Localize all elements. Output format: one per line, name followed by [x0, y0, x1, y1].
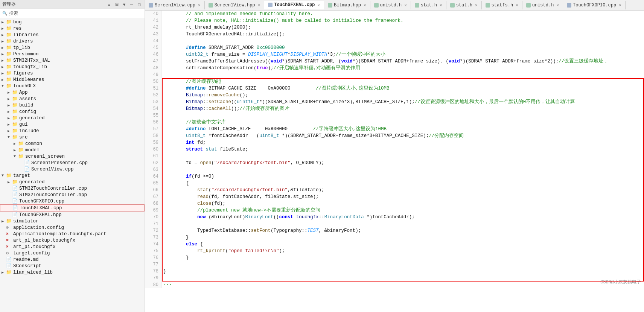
line-number: 50	[145, 78, 162, 85]
line-row: 45 #define SDRAM_START_ADDR 0xc0000000	[145, 44, 644, 51]
tree-item-Middlewares[interactable]: ▶📁Middlewares	[0, 76, 145, 83]
cpp-file-icon: 📄	[12, 186, 18, 191]
tree-item-readme.md[interactable]: 📄readme.md	[0, 256, 145, 263]
special-file-icon: ✖	[6, 231, 12, 237]
folder-icon: 📁	[12, 122, 18, 127]
line-row: 66 stat("/sdcard/touchgfx/font.bin",&fil…	[145, 187, 644, 193]
tree-item-Screen1Presenter.cpp[interactable]: 📄Screen1Presenter.cpp	[0, 160, 145, 166]
tree-item-gui[interactable]: ▶📁gui	[0, 121, 145, 128]
tree-item-build[interactable]: ▶📁build	[0, 102, 145, 108]
tree-arrow: ▶	[2, 52, 6, 56]
tree-item-STM32H7xx_HAL[interactable]: ▶📁STM32H7xx_HAL	[0, 57, 145, 64]
tree-arrow: ▶	[14, 142, 18, 146]
folder-icon: 📁	[6, 32, 12, 38]
tree-item-target[interactable]: ▼📁target	[0, 172, 145, 179]
code-area[interactable]: 40 // and implemented needed functionali…	[145, 11, 644, 312]
tab-close-btn[interactable]: ✕	[516, 3, 518, 8]
tree-item-model[interactable]: ▶📁model	[0, 147, 145, 153]
tree-item-lian_wiced_lib[interactable]: ▶📁lian_wiced_lib	[0, 269, 145, 275]
tab-Screen1View.hpp[interactable]: Screen1View.hpp✕	[205, 1, 265, 9]
tree-item-TouchGFXHAL.hpp[interactable]: 📄TouchGFXHAL.hpp	[0, 212, 145, 218]
panel-icon-btn-maximize[interactable]: □	[136, 2, 142, 8]
tree-item-figures[interactable]: ▶📁figures	[0, 70, 145, 76]
tab-close-btn[interactable]: ✕	[364, 3, 366, 8]
tab-unistd.h[interactable]: unistd.h✕	[370, 1, 411, 9]
tab-stat.h2[interactable]: stat.h✕	[446, 1, 482, 9]
panel-icon-btn-1[interactable]: ≡	[106, 2, 112, 8]
tree-item-SConscript[interactable]: 📄SConscript	[0, 263, 145, 269]
line-content: ···	[162, 282, 644, 288]
tab-close-btn[interactable]: ✕	[475, 3, 478, 8]
folder-icon: 📁	[6, 51, 12, 57]
tab-file-icon	[450, 3, 455, 8]
tree-item-screen1_screen[interactable]: ▼📁screen1_screen	[0, 153, 145, 160]
tab-Bitmap.hpp[interactable]: Bitmap.hpp✕	[324, 1, 370, 9]
tree-item-Screen1View.cpp[interactable]: 📄Screen1View.cpp	[0, 166, 145, 172]
line-row: 62 fd = open("/sdcard/touchgfx/font.bin"…	[145, 160, 644, 166]
panel-icon-btn-minimize[interactable]: ─	[129, 2, 135, 8]
tree-item-assets[interactable]: ▶📁assets	[0, 96, 145, 102]
search-input[interactable]	[21, 11, 142, 16]
tree-item-target.config[interactable]: ⚙target.config	[0, 250, 145, 256]
tab-file-icon	[328, 3, 332, 8]
tree-item-TouchGFXHAL.cpp[interactable]: 📄TouchGFXHAL.cpp	[0, 204, 145, 212]
tree-item-label: config	[19, 109, 36, 114]
line-row: 69 //placement new 就地new->不需要重新分配新的空间	[145, 207, 644, 214]
tab-TouchGFXHAL.cpp[interactable]: TouchGFXHAL.cpp✕	[264, 1, 324, 9]
line-row: 77	[145, 261, 644, 268]
tree-item-res[interactable]: ▶📁res	[0, 25, 145, 32]
tree-item-src[interactable]: ▼📁src	[0, 134, 145, 140]
tree-item-STM32TouchController.hpp[interactable]: 📄STM32TouchController.hpp	[0, 192, 145, 198]
tree-item-label: App	[19, 90, 28, 95]
tree-item-libraries[interactable]: ▶📁libraries	[0, 32, 145, 38]
tab-Screen1View.cpp[interactable]: Screen1View.cpp✕	[145, 1, 205, 9]
tree-item-tp_lib[interactable]: ▶📁tp_lib	[0, 44, 145, 51]
line-row: 64 if(fd >=0)	[145, 173, 644, 180]
tree-item-config[interactable]: ▶📁config	[0, 108, 145, 115]
tree-item-common[interactable]: ▶📁common	[0, 140, 145, 147]
tree-item-include[interactable]: ▶📁include	[0, 128, 145, 134]
tree-item-label: common	[25, 141, 42, 146]
tree-item-touchgfx_lib[interactable]: ▶📁touchgfx_lib	[0, 64, 145, 70]
tree-item-generated[interactable]: ▶📁generated	[0, 115, 145, 121]
tree-item-art_pi.touchgfx[interactable]: ✖art_pi.touchgfx	[0, 244, 145, 250]
line-row: 61	[145, 153, 644, 160]
folder-icon: 📁	[12, 179, 18, 185]
cpp-file-icon: 📄	[24, 166, 30, 172]
folder-icon: 📁	[12, 128, 18, 134]
tab-close-btn[interactable]: ✕	[440, 3, 442, 8]
tab-close-btn[interactable]: ✕	[317, 3, 320, 8]
tree-item-bug[interactable]: ▶📁bug	[0, 19, 145, 25]
tab-statfs.h[interactable]: statfs.h✕	[482, 1, 522, 9]
tree-item-drivers[interactable]: ▶📁drivers	[0, 38, 145, 44]
tree-item-Persimmon[interactable]: ▶📁Persimmon	[0, 51, 145, 57]
tab-stat.h[interactable]: stat.h✕	[411, 1, 446, 9]
tab-close-btn[interactable]: ✕	[258, 3, 260, 8]
panel-icon-btn-collapse[interactable]: ▼	[121, 2, 127, 8]
cpp-file-icon: 📄	[12, 205, 18, 211]
tab-close-btn[interactable]: ✕	[404, 3, 407, 8]
tree-item-simulator[interactable]: ▶📁simulator	[0, 218, 145, 224]
tab-label: Screen1View.hpp	[215, 3, 255, 8]
line-content	[162, 38, 644, 44]
panel-icon-btn-2[interactable]: ⊞	[114, 2, 120, 8]
tree-item-STM32TouchController.cpp[interactable]: 📄STM32TouchController.cpp	[0, 185, 145, 192]
tab-close-btn[interactable]: ✕	[619, 3, 621, 8]
tree-item-TouchGFX[interactable]: ▼📁TouchGFX	[0, 83, 145, 89]
tree-item-art_pi_backup.touchgfx[interactable]: ✖art_pi_backup.touchgfx	[0, 237, 145, 244]
tab-unistd.h2[interactable]: unistd.h✕	[522, 1, 563, 9]
line-content: fd = open("/sdcard/touchgfx/font.bin", O…	[162, 160, 644, 166]
tree-item-application.config[interactable]: ⚙application.config	[0, 224, 145, 231]
tab-TouchGFXGPIO.cpp[interactable]: TouchGFXGPIO.cpp✕	[563, 1, 626, 9]
tab-close-btn[interactable]: ✕	[556, 3, 559, 8]
line-content: #define SDRAM_START_ADDR 0xc0000000	[162, 44, 644, 51]
line-number: 51	[145, 85, 162, 92]
tree-item-App[interactable]: ▶📁App	[0, 89, 145, 96]
tree-item-label: generated	[19, 180, 45, 185]
tab-file-icon	[567, 3, 571, 8]
tree-item-generated_t[interactable]: ▶📁generated	[0, 179, 145, 185]
tree-item-TouchGFXGPIO.cpp[interactable]: 📄TouchGFXGPIO.cpp	[0, 198, 145, 204]
tree-item-ApplicationTemplate.touchgfx.part[interactable]: ✖ApplicationTemplate.touchgfx.part	[0, 231, 145, 237]
tree-arrow: ▶	[8, 103, 12, 108]
tab-close-btn[interactable]: ✕	[198, 3, 201, 8]
